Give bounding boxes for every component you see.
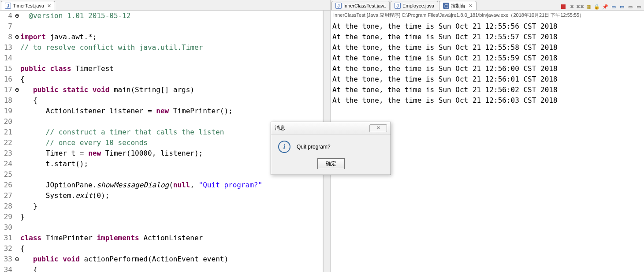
console-icon: ▢ (443, 3, 449, 9)
terminate-icon[interactable] (560, 3, 567, 10)
remove-launch-icon[interactable]: ✖ (568, 3, 575, 10)
console-process-header: InnerClassTest [Java 应用程序] C:\Program Fi… (331, 11, 644, 20)
close-icon[interactable]: ✕ (469, 3, 473, 9)
min-icon[interactable]: ▭ (627, 3, 634, 10)
pin-console-icon[interactable]: 📌 (602, 3, 609, 10)
tab-label: Employee.java (402, 3, 434, 8)
dialog-body: i Quit program? (271, 134, 391, 156)
ok-button[interactable]: 确定 (317, 158, 345, 169)
fold-markers[interactable]: ⊕ ⊕ ⊖ ⊖ (15, 11, 20, 272)
remove-all-icon[interactable]: ✖✖ (577, 3, 584, 10)
dialog-message: Quit program? (297, 144, 331, 150)
editor-tab-bar: J TimerTest.java ✕ (0, 0, 330, 11)
scroll-lock-icon[interactable]: 🔒 (593, 3, 600, 10)
java-file-icon: J (335, 3, 342, 9)
dialog-title: 消息 (275, 124, 285, 132)
open-console-icon[interactable]: ▭ (618, 3, 625, 10)
right-tab-bar: J InnerClassTest.java J Employee.java ▢ … (331, 0, 644, 11)
tab-innerclasstest[interactable]: J InnerClassTest.java (331, 1, 390, 10)
java-file-icon: J (395, 3, 401, 9)
max-icon[interactable]: ▭ (635, 3, 642, 10)
java-file-icon: J (5, 3, 11, 9)
dialog-title-bar[interactable]: 消息 ✕ (271, 122, 391, 134)
close-icon[interactable]: ✕ (47, 3, 51, 9)
dialog-button-row: 确定 (271, 156, 391, 175)
console-toolbar: ✖ ✖✖ ▦ 🔒 📌 ▭ ▭ ▭ ▭ (560, 3, 644, 10)
dialog-close-button[interactable]: ✕ (369, 124, 387, 132)
clear-console-icon[interactable]: ▦ (585, 3, 592, 10)
message-dialog: 消息 ✕ i Quit program? 确定 (271, 122, 391, 175)
tab-console[interactable]: ▢ 控制台 ✕ (439, 1, 476, 10)
tab-timertest[interactable]: J TimerTest.java ✕ (1, 1, 55, 10)
tab-label: TimerTest.java (13, 3, 44, 8)
tab-label: InnerClassTest.java (343, 3, 386, 8)
line-numbers: 4 7 8 13 14 15 16 17 18 19 20 21 22 23 2… (0, 11, 15, 272)
tab-employee[interactable]: J Employee.java (391, 1, 438, 10)
tab-label: 控制台 (451, 3, 465, 9)
info-icon: i (278, 141, 290, 153)
display-console-icon[interactable]: ▭ (610, 3, 617, 10)
